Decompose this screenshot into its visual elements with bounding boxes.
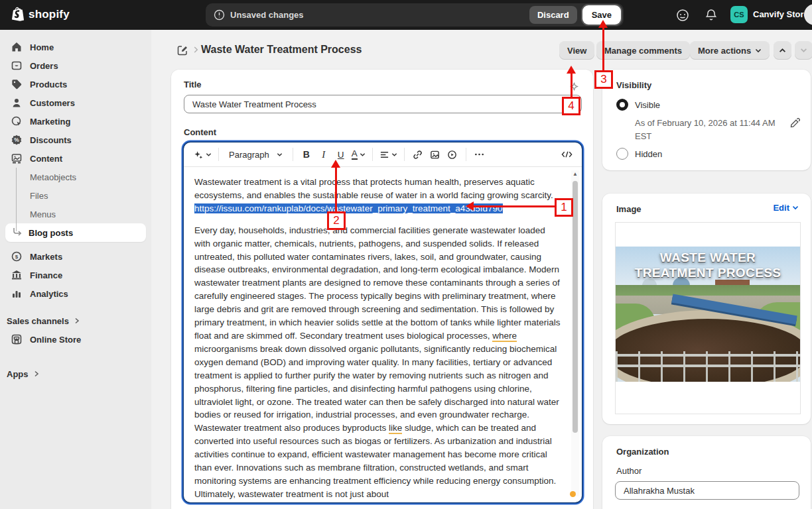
text-color-button[interactable]: A [350,146,368,163]
annotation-arrowhead-4 [567,66,576,74]
more-actions-button[interactable]: More actions [690,41,770,60]
sidebar-item-home[interactable]: Home [5,38,146,56]
title-input[interactable] [184,95,582,113]
annotation-arrowhead-2 [331,160,340,168]
chevron-up-icon [779,48,786,53]
show-html-button[interactable] [558,146,575,163]
unsaved-changes-label: Unsaved changes [230,10,304,20]
scrollbar-thumb[interactable] [573,181,578,433]
annotation-box-4: 4 [562,97,580,115]
manage-comments-button[interactable]: Manage comments [596,41,690,60]
sidebar-item-analytics[interactable]: Analytics [5,284,146,303]
notifications-bell-icon[interactable] [705,8,719,23]
visible-radio-row[interactable]: Visible [616,99,660,111]
chevron-right-icon [74,317,80,324]
sidebar-item-customers[interactable]: Customers [5,93,146,112]
featured-image[interactable]: WASTE WATER TREATMENT PROCESS [615,222,801,414]
sidebar-item-finance[interactable]: Finance [5,266,146,284]
insert-link-button[interactable] [409,146,427,163]
visible-radio-selected[interactable] [616,99,628,111]
editor-scrollbar[interactable]: ▲ [571,170,579,496]
paragraph-style-dropdown[interactable]: Paragraph [224,146,288,163]
hidden-radio-unselected[interactable] [616,148,628,160]
link-icon [413,150,423,160]
sidekick-icon[interactable] [675,8,690,23]
sidebar-item-marketing[interactable]: Marketing [5,112,146,131]
more-formatting-button[interactable] [471,146,488,163]
italic-button[interactable]: I [315,146,332,163]
sidebar-item-discounts[interactable]: % Discounts [5,131,146,149]
wastewater-plant-photo: WASTE WATER TREATMENT PROCESS [616,247,800,382]
insert-video-button[interactable] [444,146,461,163]
rich-text-editor: Paragraph B I U A [184,142,582,502]
next-post-button[interactable] [795,41,812,60]
orders-icon [11,60,23,72]
discounts-icon: % [11,134,23,146]
unsaved-changes-bar: Unsaved changes Discard Save [206,3,624,27]
editor-body[interactable]: Wastewater treatment is a vital process … [184,167,582,502]
sidebar-item-files[interactable]: Files [5,186,146,205]
chevron-down-icon [277,152,283,157]
previous-post-button[interactable] [774,41,791,60]
shopify-logo[interactable]: shopify [11,7,70,22]
annotation-line-2 [335,167,337,211]
sidebar: Home Orders Products Customers Marketing… [0,30,151,509]
selected-url-text: https://issuu.com/rankuplab/docs/wastewa… [194,203,503,213]
topbar: shopify Unsaved changes Discard Save CS … [0,0,812,30]
visibility-schedule: As of February 10, 2026 at 11:44 AM EST [635,117,794,143]
sidebar-item-menus[interactable]: Menus [5,205,146,223]
view-button[interactable]: View [559,41,594,60]
products-icon [11,78,23,90]
store-avatar[interactable]: CS [730,6,748,23]
chevron-down-icon [755,48,762,53]
sidebar-item-content[interactable]: Content [5,149,146,168]
chevron-down-icon [206,152,212,157]
sidebar-item-online-store[interactable]: Online Store [5,330,146,349]
sales-channels-header[interactable]: Sales channels [5,313,146,329]
alignment-button[interactable] [377,146,399,163]
ai-magic-button[interactable] [192,146,214,163]
insert-image-button[interactable] [427,146,444,163]
discard-button[interactable]: Discard [529,6,577,24]
customers-icon [11,97,23,109]
store-name[interactable]: Canvify Store [753,9,809,19]
sparkle-icon [194,150,204,160]
edit-date-pencil-icon[interactable] [790,118,800,128]
page-title: Waste Water Treatment Process [201,44,362,56]
annotation-line-4 [571,73,573,97]
grammar-flagged-word: like [389,423,402,434]
content-paragraph-2: Every day, households, industries, and c… [194,224,562,501]
bold-button[interactable]: B [298,146,315,163]
chevron-down-icon [360,152,366,157]
sidebar-item-blog-posts[interactable]: Blog posts [5,223,146,242]
annotation-arrowhead-3 [598,20,608,28]
code-icon [561,150,573,158]
blog-post-breadcrumb-icon[interactable] [176,44,188,56]
analytics-icon [11,288,23,300]
annotation-box-2: 2 [327,211,346,230]
sidebar-item-markets[interactable]: $ Markets [5,247,146,266]
organization-card: Organization Author [602,436,811,509]
annotation-arrowhead-1 [466,201,474,211]
chevron-right-icon [33,370,40,377]
sidebar-item-metaobjects[interactable]: Metaobjects [5,168,146,186]
align-left-icon [379,150,389,159]
image-card: Image Edit WASTE WATER TREATMENT PROCESS [602,194,811,424]
apps-header[interactable]: Apps [5,366,146,382]
chevron-down-icon [800,48,807,53]
alert-circle-icon [214,9,225,21]
online-store-icon [11,333,23,345]
organization-heading: Organization [616,447,669,457]
scrollbar-up-arrow-icon[interactable]: ▲ [571,170,579,178]
image-edit-dropdown[interactable]: Edit [773,203,799,213]
cutoff-avatar [804,4,812,25]
marketing-icon [11,115,23,127]
sidebar-item-orders[interactable]: Orders [5,56,146,75]
hidden-radio-row[interactable]: Hidden [616,148,662,160]
grammarly-badge-icon[interactable] [570,491,576,497]
author-input[interactable] [615,481,799,500]
content-field-label: Content [184,127,216,137]
sidebar-item-products[interactable]: Products [5,75,146,93]
shopify-wordmark: shopify [29,8,70,21]
title-field-label: Title [184,80,202,89]
